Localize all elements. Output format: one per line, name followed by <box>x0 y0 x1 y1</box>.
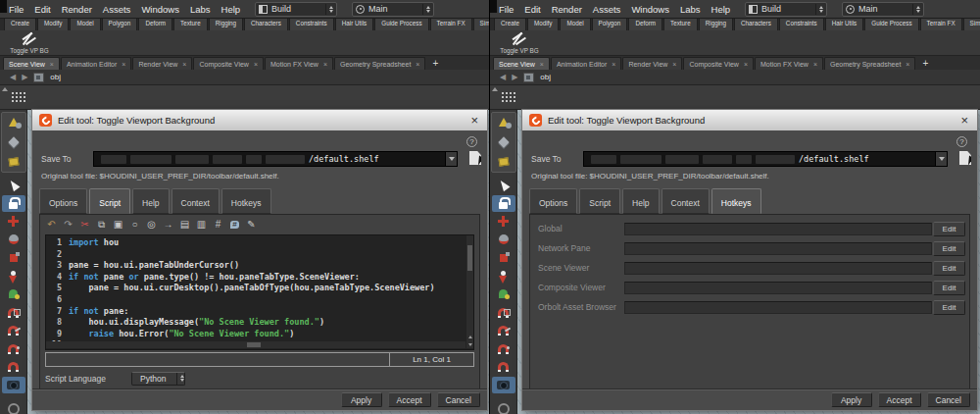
edit-hotkey-button[interactable]: Edit <box>933 241 965 256</box>
redo-icon[interactable]: ↷ <box>62 219 74 232</box>
shelf-tab[interactable]: Create <box>4 19 36 30</box>
pane-tab[interactable]: Animation Editor× <box>551 57 621 70</box>
shelf-tool-toggle-vp-bg[interactable]: Toggle VP BG <box>496 31 539 55</box>
external-edit-icon[interactable]: ✎ <box>245 219 258 232</box>
menu-item[interactable]: Windows <box>141 4 179 15</box>
close-tab-icon[interactable]: × <box>323 61 327 68</box>
menu-item[interactable]: Render <box>552 4 582 15</box>
scale-handle-icon[interactable] <box>492 249 515 267</box>
dialog-tab[interactable]: Context <box>662 188 710 214</box>
shelf-tab[interactable]: Modify <box>527 19 560 30</box>
paint-icon[interactable] <box>492 285 515 303</box>
scale-handle-icon[interactable] <box>2 249 25 267</box>
pane-tab[interactable]: Scene View× <box>493 57 550 70</box>
show-handles-icon[interactable] <box>492 132 515 151</box>
close-tab-icon[interactable]: × <box>813 61 817 68</box>
select-cursor-icon[interactable] <box>2 177 25 194</box>
apply-button[interactable]: Apply <box>341 392 382 407</box>
close-tab-icon[interactable]: × <box>672 61 676 68</box>
forward-icon[interactable]: ▶ <box>22 73 27 81</box>
camera-view-icon[interactable] <box>2 377 25 394</box>
close-tab-icon[interactable]: × <box>122 61 125 68</box>
spinner-icon[interactable] <box>422 4 430 15</box>
close-tab-icon[interactable]: × <box>612 61 615 68</box>
dialog-tab[interactable]: Help <box>132 188 169 214</box>
back-icon[interactable]: ◀ <box>10 73 16 81</box>
rotate-handle-icon[interactable] <box>2 232 25 249</box>
dialog-tab[interactable]: Hotkeys <box>221 188 271 214</box>
menu-item[interactable]: Edit <box>524 4 540 15</box>
pane-tab[interactable]: Geometry Spreadsheet× <box>334 57 425 70</box>
chevron-down-icon[interactable] <box>445 152 457 166</box>
accept-button[interactable]: Accept <box>878 392 921 407</box>
pose-character-icon[interactable] <box>492 268 515 285</box>
shelf-tab[interactable]: Texture <box>663 19 698 30</box>
dialog-tab[interactable]: Hotkeys <box>711 188 761 214</box>
save-to-field[interactable]: /default.shelf <box>93 151 458 167</box>
save-script-icon[interactable]: ▥ <box>195 219 208 232</box>
close-tab-icon[interactable]: × <box>744 61 748 68</box>
dialog-tab[interactable]: Context <box>172 188 220 214</box>
spinner-icon[interactable] <box>176 373 184 385</box>
camera-view-icon[interactable] <box>492 377 515 394</box>
view-selector[interactable]: Main <box>352 2 434 17</box>
snap-curve-icon[interactable] <box>2 322 25 339</box>
chevron-down-icon[interactable] <box>935 152 947 166</box>
toggle-comment-icon[interactable]: # <box>212 219 224 232</box>
pane-splitter-icon[interactable] <box>2 87 8 91</box>
snap-grid-icon[interactable] <box>492 304 515 322</box>
pane-tab[interactable]: Composite View× <box>193 57 264 70</box>
close-tab-icon[interactable]: × <box>540 61 544 68</box>
add-tab-button[interactable]: + <box>432 58 438 70</box>
snap-points-icon[interactable] <box>492 340 515 358</box>
select-geometry-icon[interactable] <box>2 113 25 131</box>
code-editor[interactable]: 1import hou23pane = hou.ui.paneTabUnderC… <box>45 234 474 350</box>
pose-character-icon[interactable] <box>2 268 25 285</box>
horizontal-scrollbar[interactable] <box>46 341 466 348</box>
menu-item[interactable]: Help <box>711 4 731 15</box>
grid-dots-icon[interactable] <box>11 91 25 103</box>
show-objects-icon[interactable] <box>492 152 515 171</box>
spinner-icon[interactable] <box>912 4 920 15</box>
menu-item[interactable]: Labs <box>680 4 701 15</box>
grid-dots-icon[interactable] <box>501 91 515 103</box>
snap-points-icon[interactable] <box>2 340 25 358</box>
apply-button[interactable]: Apply <box>831 392 872 407</box>
shelf-tab[interactable]: Characters <box>244 19 288 30</box>
menu-item[interactable]: Edit <box>34 4 50 15</box>
shelf-tab[interactable]: Deform <box>628 19 662 30</box>
shelf-tab[interactable]: Terrain FX <box>430 19 472 30</box>
close-tab-icon[interactable]: × <box>416 61 419 68</box>
close-tab-icon[interactable]: × <box>182 61 186 68</box>
shelf-tab[interactable]: Polygon <box>592 19 628 30</box>
file-browser-icon[interactable] <box>469 151 481 165</box>
back-icon[interactable]: ◀ <box>500 73 506 81</box>
pane-tab[interactable]: Scene View× <box>3 57 60 70</box>
shelf-tab[interactable]: Simple FX <box>473 19 489 30</box>
shelf-tab[interactable]: Create <box>494 19 526 30</box>
script-language-select[interactable]: Python <box>131 372 185 386</box>
shelf-tab[interactable]: Constraints <box>289 19 334 30</box>
snap-curve-icon[interactable] <box>492 322 515 339</box>
shelf-tab[interactable]: Modify <box>37 19 70 30</box>
forward-icon[interactable]: ▶ <box>512 73 517 81</box>
paint-icon[interactable] <box>2 285 25 303</box>
shelf-tab[interactable]: Terrain FX <box>920 19 962 30</box>
view-ring-icon[interactable] <box>2 394 25 413</box>
menu-item[interactable]: Windows <box>631 4 669 15</box>
close-tab-icon[interactable]: × <box>254 61 258 68</box>
auto-indent-icon[interactable]: → <box>162 219 174 232</box>
accept-button[interactable]: Accept <box>388 392 431 407</box>
secure-selection-lock-icon[interactable] <box>492 195 515 213</box>
undo-icon[interactable]: ↶ <box>45 219 58 232</box>
shelf-tab[interactable]: Texture <box>173 19 208 30</box>
shelf-tab[interactable]: Constraints <box>779 19 824 30</box>
secure-selection-lock-icon[interactable] <box>2 195 25 213</box>
pane-splitter-icon[interactable] <box>492 87 498 91</box>
file-browser-icon[interactable] <box>959 151 971 165</box>
spinner-icon[interactable] <box>815 4 823 15</box>
snap-grid-icon[interactable] <box>2 304 25 322</box>
hotkey-field[interactable] <box>624 282 932 294</box>
shelf-tab[interactable]: Model <box>70 19 100 30</box>
pane-tab[interactable]: Motion FX View× <box>265 57 333 70</box>
